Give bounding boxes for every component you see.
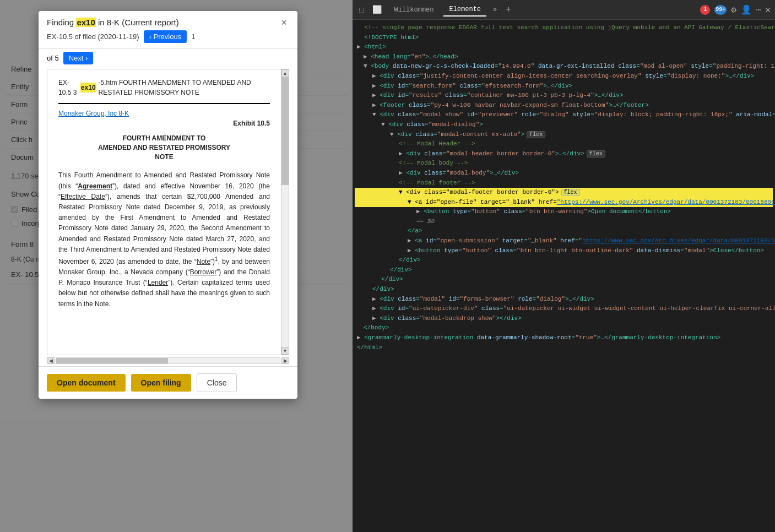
scroll-up-arrow[interactable]: ▲ xyxy=(281,69,289,77)
code-line: ▶ <div class="modal-backdrop show"></div… xyxy=(355,314,773,324)
of-5-text: of 5 xyxy=(47,54,59,62)
modal-subtitle-text: EX-10.5 of filed (2020-11-19) xyxy=(47,32,139,41)
code-line: </div> xyxy=(355,265,773,275)
code-line: ▼ <div class="modal-dialog"> xyxy=(355,120,773,130)
scroll-thumb-h xyxy=(56,358,168,363)
code-line: ▶ <head lang="en">…</head> xyxy=(355,52,773,62)
code-line: <!DOCTYPE html> xyxy=(355,33,773,43)
devtools-close-icon[interactable]: ✕ xyxy=(765,4,771,15)
doc-header-line: EX-10.5 3 ex10-5.htm FOURTH AMENDMENT TO… xyxy=(58,78,270,97)
code-line: ▶ <div class="modal" id="forms-browser" … xyxy=(355,295,773,305)
code-line: <!-- Modal body --> xyxy=(355,159,773,169)
horizontal-scrollbar-area: ◀ ▶ xyxy=(39,355,297,366)
code-line: <!-- Modal Header --> xyxy=(355,139,773,149)
scroll-left-arrow[interactable]: ◀ xyxy=(47,357,55,364)
scroll-down-arrow[interactable]: ▼ xyxy=(281,347,289,355)
inspect-icon[interactable]: ⬚ xyxy=(357,4,366,15)
left-panel: Refine Entity Form Princ Click h Docum 1… xyxy=(0,0,353,532)
modal-nav-row2: of 5 Next › xyxy=(39,49,297,69)
code-line: ▶ <div class="modal-header border border… xyxy=(355,149,773,159)
error-badge: 1 xyxy=(700,5,710,15)
add-panel-button[interactable]: + xyxy=(503,5,513,15)
modal-title-line2: EX-10.5 of filed (2020-11-19) ‹ Previous… xyxy=(47,30,279,43)
code-line: </div> xyxy=(355,285,773,295)
modal-dialog: Finding ex10 in 8-K (Current report) EX-… xyxy=(39,11,297,399)
code-line: </a> xyxy=(355,226,773,236)
code-line: ▶ <div id="ui-datepicker-div" class="ui-… xyxy=(355,304,773,314)
open-document-button[interactable]: Open document xyxy=(47,374,126,392)
code-line: <!-- Modal footer --> xyxy=(355,178,773,188)
code-line-highlighted: ▼ <div class="modal-footer border border… xyxy=(355,188,773,198)
code-line: </body> xyxy=(355,323,773,333)
devtools-toolbar: ⬚ ⬜ Willkommen Elemente » + 1 99+ ⚙ 👤 ⋯ … xyxy=(353,0,775,20)
code-line: ▶ <button type="button" class="btn btn-l… xyxy=(355,246,773,256)
code-line: ▶ <grammarly-desktop-integration data-gr… xyxy=(355,333,773,343)
open-filing-button[interactable]: Open filing xyxy=(131,374,191,392)
code-line: ▶ <a id="open-submission" target="_blank… xyxy=(355,236,773,246)
document-content: EX-10.5 3 ex10-5.htm FOURTH AMENDMENT TO… xyxy=(47,69,281,318)
code-line: ▶ <div class="modal-body">…</div> xyxy=(355,169,773,178)
next-button[interactable]: Next › xyxy=(63,52,94,64)
code-line: </div> xyxy=(355,275,773,285)
code-line: ▼ <body data-new-gr-c-s-check-loaded="14… xyxy=(355,62,773,72)
tab-elemente[interactable]: Elemente xyxy=(443,3,486,17)
code-line: </div> xyxy=(355,256,773,265)
device-icon[interactable]: ⬜ xyxy=(370,4,384,15)
code-line: ▶ <html> xyxy=(355,42,773,52)
code-line: ▼ <div class="modal show" id="previewer"… xyxy=(355,110,773,120)
modal-header: Finding ex10 in 8-K (Current report) EX-… xyxy=(39,11,297,49)
previous-button[interactable]: ‹ Previous xyxy=(144,30,187,43)
more-options-icon[interactable]: ⋯ xyxy=(756,5,761,14)
company-link[interactable]: Monaker Group, Inc 8-K xyxy=(58,110,129,117)
code-line: </html> xyxy=(355,343,773,353)
scroll-track-v[interactable] xyxy=(281,77,289,347)
doc-body-text: This Fourth Amendment to Amended and Res… xyxy=(58,170,270,309)
code-line: ▶ <footer class="py-4 w-100 navbar navba… xyxy=(355,101,773,111)
scroll-track-h[interactable] xyxy=(56,357,280,364)
code-line: ▶ <button type="button" class="btn btn-w… xyxy=(355,207,773,217)
person-icon[interactable]: 👤 xyxy=(741,4,752,15)
code-line: ▶ <div id="results" class="container mw-… xyxy=(355,91,773,101)
tab-willkommen[interactable]: Willkommen xyxy=(388,4,439,16)
scroll-right-arrow[interactable]: ▶ xyxy=(281,357,289,364)
modal-body[interactable]: EX-10.5 3 ex10-5.htm FOURTH AMENDMENT TO… xyxy=(47,69,289,355)
modal-footer: Open document Open filing Close xyxy=(39,366,297,399)
exhibit-label: Exhibit 10.5 xyxy=(58,118,270,128)
horizontal-scrollbar[interactable]: ◀ ▶ xyxy=(47,356,289,365)
doc-divider xyxy=(58,103,270,104)
code-line-highlighted-link[interactable]: ▼ <a id="open-file" target="_blank" href… xyxy=(355,198,773,208)
code-line: ▶ <div id="search_form" class="efstsearc… xyxy=(355,82,773,91)
code-line: <!-- single page response EDGAR full tex… xyxy=(355,23,773,33)
modal-nav-current: 1 xyxy=(191,32,195,41)
gear-icon[interactable]: ⚙ xyxy=(731,4,736,15)
modal-title-strong: ex10 xyxy=(76,18,98,27)
close-button[interactable]: Close xyxy=(197,373,237,392)
devtools-panel: ⬚ ⬜ Willkommen Elemente » + 1 99+ ⚙ 👤 ⋯ … xyxy=(353,0,775,532)
modal-header-content: Finding ex10 in 8-K (Current report) EX-… xyxy=(47,18,279,43)
vertical-scrollbar[interactable]: ▲ ▼ xyxy=(281,69,289,355)
code-line-equals: == $0 xyxy=(355,217,773,227)
warning-badge: 99+ xyxy=(714,5,727,15)
scroll-thumb-v xyxy=(281,77,289,185)
modal-close-button[interactable]: × xyxy=(279,18,289,28)
devtools-html-tree[interactable]: <!-- single page response EDGAR full tex… xyxy=(353,20,775,532)
tab-more[interactable]: » xyxy=(491,5,499,15)
doc-title: FOURTH AMENDMENT TO AMENDED AND RESTATED… xyxy=(58,134,270,161)
code-line: ▶ <div class="justify-content-center ali… xyxy=(355,72,773,82)
code-line: ▼ <div class="modal-content mx-auto">fle… xyxy=(355,130,773,140)
modal-title-line1: Finding ex10 in 8-K (Current report) xyxy=(47,18,279,27)
